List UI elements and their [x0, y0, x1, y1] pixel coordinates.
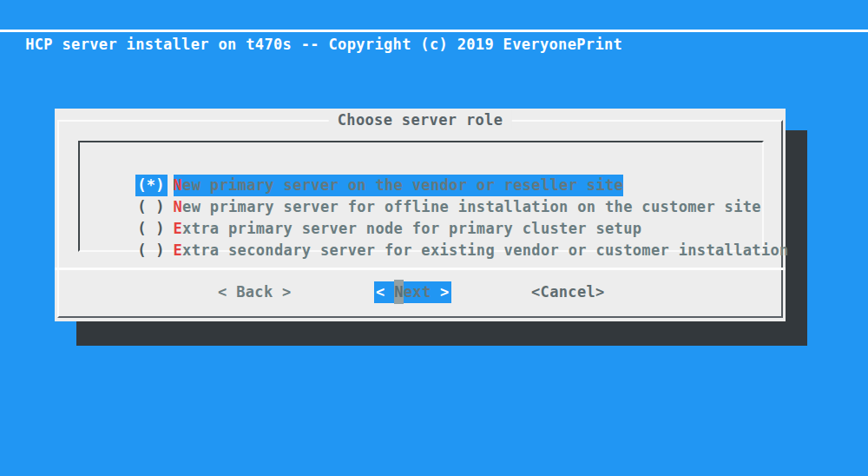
button-separator-line — [55, 268, 786, 270]
option-label[interactable]: New primary server for offline installat… — [174, 196, 761, 218]
back-button[interactable]: < Back > — [218, 281, 292, 303]
radio-marker[interactable]: ( ) — [135, 240, 168, 261]
cancel-button[interactable]: <Cancel> — [531, 281, 605, 303]
next-close-bracket: > — [440, 283, 450, 301]
option-text: ew primary server on the vendor or resel… — [182, 176, 623, 194]
radio-marker[interactable]: ( ) — [135, 196, 168, 218]
radio-marker[interactable]: (*) — [135, 175, 168, 196]
option-hotkey: N — [174, 198, 183, 215]
option-label[interactable]: Extra primary server node for primary cl… — [174, 218, 642, 240]
option-label[interactable]: Extra secondary server for existing vend… — [174, 240, 789, 261]
choose-server-role-dialog: Choose server role (*)New primary server… — [55, 109, 786, 321]
next-open-bracket: < — [376, 283, 394, 301]
option-text: ew primary server for offline installati… — [182, 198, 761, 215]
window-title-bar: HCP server installer on t470s -- Copyrig… — [0, 0, 868, 32]
server-role-radiolist: (*)New primary server on the vendor or r… — [78, 141, 764, 252]
option-label[interactable]: New primary server on the vendor or rese… — [174, 175, 624, 196]
option-hotkey: N — [174, 176, 183, 194]
option-text: xtra primary server node for primary clu… — [182, 220, 641, 237]
next-hotkey-cursor: N — [394, 280, 404, 304]
option-hotkey: E — [174, 220, 183, 237]
next-label-rest: ext — [404, 283, 440, 301]
dialog-title: Choose server role — [329, 110, 512, 129]
next-button[interactable]: < Next > — [374, 281, 451, 303]
window-title: HCP server installer on t470s -- Copyrig… — [25, 36, 622, 53]
radio-option-new-primary-vendor[interactable]: (*)New primary server on the vendor or r… — [80, 153, 762, 175]
radio-marker[interactable]: ( ) — [135, 218, 168, 240]
option-hotkey: E — [174, 241, 183, 259]
option-text: xtra secondary server for existing vendo… — [182, 241, 789, 259]
